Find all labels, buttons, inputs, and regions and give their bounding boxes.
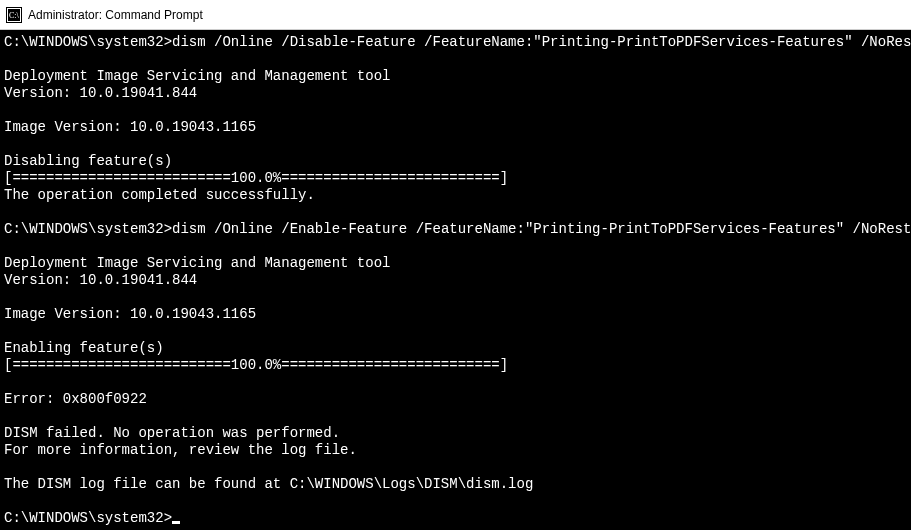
command-text: dism /Online /Disable-Feature /FeatureNa…: [172, 34, 911, 50]
progress-bar: [==========================100.0%=======…: [4, 357, 508, 373]
prompt-line: C:\WINDOWS\system32>dism /Online /Disabl…: [4, 34, 911, 50]
window-titlebar[interactable]: C:\ Administrator: Command Prompt: [0, 0, 911, 30]
output-line: The DISM log file can be found at C:\WIN…: [4, 476, 533, 492]
output-line: Deployment Image Servicing and Managemen…: [4, 255, 390, 271]
prompt: C:\WINDOWS\system32>: [4, 221, 172, 237]
terminal-output[interactable]: C:\WINDOWS\system32>dism /Online /Disabl…: [0, 30, 911, 530]
prompt-line: C:\WINDOWS\system32>: [4, 510, 180, 526]
output-line: Deployment Image Servicing and Managemen…: [4, 68, 390, 84]
prompt-line: C:\WINDOWS\system32>dism /Online /Enable…: [4, 221, 911, 237]
output-line: The operation completed successfully.: [4, 187, 315, 203]
cmd-icon: C:\: [6, 7, 22, 23]
output-line: Enabling feature(s): [4, 340, 164, 356]
output-line: Disabling feature(s): [4, 153, 172, 169]
error-line: Error: 0x800f0922: [4, 391, 147, 407]
window-title: Administrator: Command Prompt: [28, 8, 203, 22]
output-line: Image Version: 10.0.19043.1165: [4, 119, 256, 135]
output-line: DISM failed. No operation was performed.: [4, 425, 340, 441]
output-line: Version: 10.0.19041.844: [4, 272, 197, 288]
output-line: For more information, review the log fil…: [4, 442, 357, 458]
command-text: dism /Online /Enable-Feature /FeatureNam…: [172, 221, 911, 237]
prompt: C:\WINDOWS\system32>: [4, 34, 172, 50]
output-line: Image Version: 10.0.19043.1165: [4, 306, 256, 322]
progress-bar: [==========================100.0%=======…: [4, 170, 508, 186]
cursor: [172, 521, 180, 524]
svg-text:C:\: C:\: [9, 11, 20, 20]
output-line: Version: 10.0.19041.844: [4, 85, 197, 101]
prompt: C:\WINDOWS\system32>: [4, 510, 172, 526]
